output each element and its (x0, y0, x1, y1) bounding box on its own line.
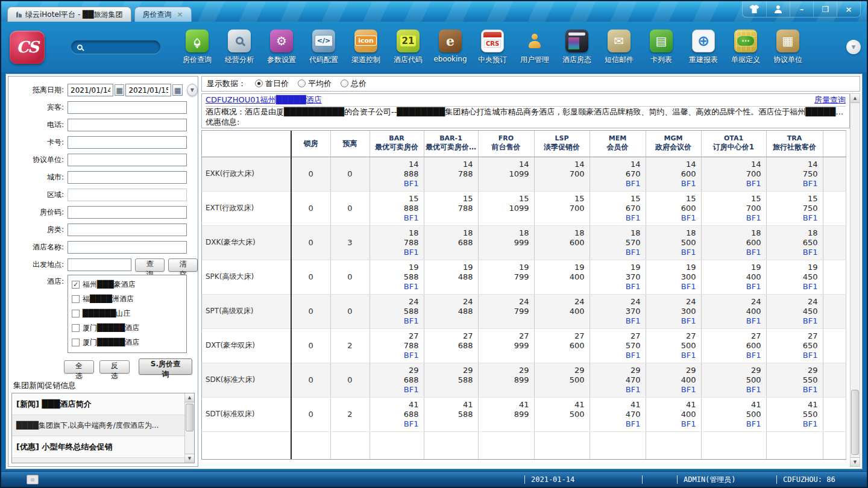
phone-input[interactable] (68, 119, 187, 131)
minimize-button[interactable]: – (790, 1, 813, 17)
message-mail-icon[interactable]: ✉ (27, 475, 39, 484)
table-row-6[interactable]: DXT(豪华双床)0227788BF127688BF127999BF127600… (202, 328, 846, 363)
invert-select-button[interactable]: 反选 (99, 360, 130, 374)
tab-main[interactable]: 绿云iHotel平台 - ██旅游集团 (7, 7, 131, 22)
toolbar-item-ebooking[interactable]: eebooking (429, 30, 471, 65)
toolbar-item-room-price-query[interactable]: ⌂¥房价查询 (176, 30, 218, 65)
hotel-option-5[interactable]: 厦门█████酒店 (72, 335, 183, 349)
table-row-4[interactable]: SPK(高级大床)0019588BF119488BF119799BF119400… (202, 260, 846, 294)
global-search-input[interactable] (71, 40, 160, 54)
city-input[interactable] (68, 171, 187, 184)
table-row-1[interactable]: EXK(行政大床)0014888BF114788BF1141099BF11470… (202, 157, 846, 191)
display-mode-bar: 显示数据： 首日价平均价总价 (201, 76, 860, 92)
toolbar-item-user-management[interactable]: 用户管理 (514, 30, 556, 65)
table-row-3[interactable]: DXK(豪华大床)0318788BF118688BF118999BF118600… (202, 225, 846, 260)
scroll-down-icon[interactable]: ▼ (851, 457, 860, 466)
table-row-7[interactable]: SDK(标准大床)0029688BF129588BF129899BF129500… (202, 363, 846, 397)
room-quantity-link[interactable]: 房量查询 (814, 95, 846, 105)
agreement-unit-input[interactable] (68, 154, 187, 166)
calendar-icon[interactable]: ▦ (172, 84, 182, 96)
query-button[interactable]: 查询 (135, 258, 165, 272)
toolbar-item-document-define[interactable]: ···单据定义 (725, 30, 767, 65)
hotel-list: ✓福州███豪酒店福████洲酒店██████山庄厦门█████酒店厦门████… (68, 275, 187, 353)
bf-tag: BF1 (702, 179, 761, 189)
checkbox-icon[interactable]: ✓ (72, 281, 80, 289)
toolbar-item-business-analysis[interactable]: 经营分析 (218, 30, 260, 65)
card-number-input[interactable] (68, 136, 187, 149)
price-mode-radio-3[interactable]: 总价 (341, 78, 366, 89)
toolbar-more-button[interactable]: ▼ (846, 40, 861, 54)
news-item-headline[interactable]: [新闻] ███酒店简介 (12, 393, 184, 415)
date-options-chevron-icon[interactable]: ▼ (187, 84, 198, 96)
checkbox-icon[interactable] (72, 339, 80, 346)
news-item-body[interactable]: ████集团旗下,以高中端商务/度假酒店为... (12, 415, 184, 436)
scroll-up-icon[interactable]: ▲ (185, 393, 194, 402)
price-cell-MGM: 24300BF1 (646, 294, 701, 328)
app-logo[interactable]: CS (10, 31, 45, 64)
toolbar-item-code-config[interactable]: </>代码配置 (303, 30, 345, 65)
toolbar-item-hotel-code[interactable]: 21酒店代码 (387, 30, 429, 65)
tab-room-price-query[interactable]: 房价查询 × (134, 7, 192, 22)
room-class-input[interactable] (68, 224, 187, 236)
bf-tag: BF1 (767, 282, 818, 292)
calendar-icon[interactable]: ▦ (115, 84, 124, 96)
departure-place-input[interactable] (68, 258, 131, 271)
news-item-headline[interactable]: [优惠] 小型年终总结会促销 (12, 436, 184, 458)
price-table: 锁房预离BAR最优可卖房价BAR-1最优可卖房价…FRO前台售价LSP淡季促销价… (201, 130, 846, 460)
checkbox-icon[interactable] (72, 324, 80, 332)
toolbar-item-rebuild-report[interactable]: ⊕重建报表 (682, 30, 725, 65)
price-mode-radio-1[interactable]: 首日价 (255, 78, 289, 89)
table-row-2[interactable]: EXT(行政双床)0015888BF115788BF1151099BF11570… (202, 191, 846, 225)
hotel-option-3[interactable]: ██████山庄 (72, 306, 183, 321)
agreement-unit-icon: ▦ (776, 30, 799, 52)
toolbar-item-parameter-settings[interactable]: ⚙参数设置 (260, 30, 303, 65)
user-account-button[interactable] (766, 1, 790, 17)
room-type-cell: EXT(行政双床) (202, 191, 291, 225)
rebuild-report-icon: ⊕ (692, 30, 715, 52)
hotel-link[interactable]: CDFUZHOU01福州█████酒店 (206, 95, 322, 105)
toolbar-item-channel-control[interactable]: icon渠道控制 (345, 30, 387, 65)
hotel-21-icon: 21 (397, 30, 420, 52)
news-item-body[interactable]: 20人内小型会议，场地9折，场地+餐=8.5折，... (12, 458, 184, 463)
checkbox-icon[interactable] (72, 295, 80, 303)
price-cell-BAR: 27788BF1 (370, 328, 424, 363)
magnifier-chart-icon (228, 30, 251, 52)
table-row-5[interactable]: SPT(高级双床)0024588BF124488BF124799BF124400… (202, 294, 846, 328)
tab-close-icon[interactable]: × (177, 11, 183, 18)
hotel-option-2[interactable]: 福████洲酒店 (72, 292, 183, 306)
titlebar: 绿云iHotel平台 - ██旅游集团 房价查询 × – ❒ × (1, 1, 867, 22)
price-cell-BAR-1: 29588BF1 (424, 363, 478, 397)
toolbar-item-agreement-unit[interactable]: ▦协议单位 (767, 30, 809, 65)
close-button[interactable]: × (837, 1, 860, 17)
skin-button[interactable] (743, 1, 766, 17)
content-scrollbar[interactable]: ▲ ▼ (850, 93, 860, 467)
price-query-button[interactable]: S.房价查询 (139, 358, 192, 375)
region-input[interactable] (68, 189, 187, 201)
toolbar-item-sms-email[interactable]: ✉短信邮件 (598, 30, 640, 65)
select-all-button[interactable]: 全选 (64, 360, 94, 374)
content-scrollbar-thumb[interactable] (851, 390, 859, 455)
toolbar-item-hotel-room-status[interactable]: 酒店房态 (556, 30, 598, 65)
departure-date-input[interactable] (125, 84, 171, 96)
clear-button[interactable]: 清空 (168, 258, 198, 272)
guest-input[interactable] (68, 101, 187, 114)
checkbox-icon[interactable] (72, 310, 80, 318)
toolbar-item-central-reservation[interactable]: CRS中央预订 (471, 30, 514, 65)
price-cell-LSP: 19400BF1 (534, 260, 590, 294)
price-cell-LSP: 14700BF1 (534, 157, 590, 191)
table-row-8[interactable]: SDT(标准双床)0241688BF141588BF141899BF141500… (202, 397, 846, 431)
scroll-up-icon[interactable]: ▲ (851, 94, 860, 103)
arrival-date-input[interactable] (68, 84, 113, 96)
news-scrollbar-thumb[interactable] (186, 404, 193, 431)
hotel-option-4[interactable]: 厦门█████酒店 (72, 321, 183, 335)
maximize-button[interactable]: ❒ (813, 1, 837, 17)
rate-code-input[interactable] (68, 206, 187, 219)
toolbar-item-card-list[interactable]: ▤卡列表 (640, 30, 682, 65)
hotel-name-input[interactable] (68, 241, 187, 254)
scroll-down-icon[interactable]: ▼ (185, 454, 194, 463)
hotel-option-1[interactable]: ✓福州███豪酒店 (72, 277, 183, 292)
price-mode-radio-2[interactable]: 平均价 (298, 78, 332, 89)
price-cell-BAR: 41688BF1 (370, 397, 424, 431)
channel-folder-icon: icon (354, 30, 377, 52)
news-scrollbar[interactable]: ▲ ▼ (184, 393, 194, 463)
